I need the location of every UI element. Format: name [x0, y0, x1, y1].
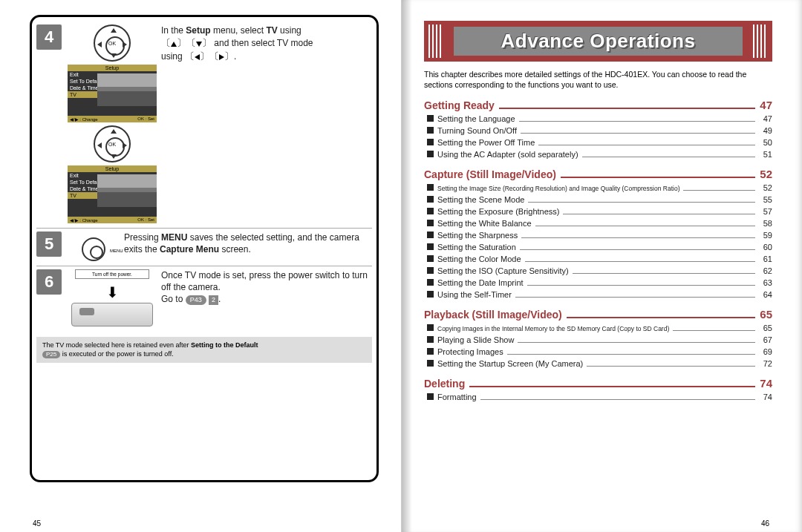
toc-item-label: Turning Sound On/Off — [437, 126, 517, 135]
bullet-icon — [427, 115, 434, 122]
toc-section-page: 65 — [760, 308, 772, 321]
toc-item-page: 74 — [759, 393, 772, 401]
toc-section-title: Getting Ready — [424, 99, 495, 111]
right-page: Advance Operations This chapter describe… — [401, 0, 802, 532]
toc-section-heading: Playback (Still Image/Video)65 — [424, 308, 772, 321]
toc-item: Setting the Exposure (Brightness)57 — [424, 206, 772, 217]
toc-section-title: Playback (Still Image/Video) — [424, 309, 562, 321]
toc-item-page: 67 — [759, 335, 772, 344]
bullet-icon — [427, 127, 434, 134]
toc-item-page: 61 — [759, 254, 772, 263]
lcd-preview-pal: Setup Exit Set To Default Date & Time TV… — [68, 65, 157, 122]
toc-item: Turning Sound On/Off49 — [424, 125, 772, 137]
step-6: 6 Turn off the power. ⬇ Once TV mode is … — [36, 266, 372, 331]
toc-item-label: Setting the Image Size (Recording Resolu… — [437, 185, 679, 192]
bullet-icon — [427, 184, 434, 191]
step-4-text: In the Setup menu, select TV using 〔〕〔〕 … — [161, 24, 372, 223]
toc-item: Using the Self-Timer64 — [424, 289, 772, 301]
toc-section: Playback (Still Image/Video)65Copying Im… — [424, 308, 772, 370]
toc-section: Deleting74Formatting74 — [424, 377, 772, 403]
chapter-title: Advance Operations — [454, 27, 743, 56]
toc-item-label: Setting the Saturation — [437, 243, 516, 252]
power-off-label: Turn off the power. — [75, 269, 149, 279]
toc-item-label: Setting the Exposure (Brightness) — [437, 207, 559, 216]
toc-item-page: 50 — [759, 138, 772, 147]
page-ref-pill: P43 — [186, 295, 206, 304]
bullet-icon — [427, 348, 434, 355]
toc-item: Setting the Scene Mode55 — [424, 194, 772, 206]
toc-section-heading: Deleting74 — [424, 377, 772, 390]
toc-item-label: Setting the Sharpness — [437, 231, 518, 240]
toc-item: Setting the Saturation60 — [424, 241, 772, 253]
right-arrow-icon — [219, 54, 224, 60]
toc-item-label: Setting the Startup Screen (My Camera) — [437, 359, 583, 368]
bullet-icon — [427, 255, 434, 262]
toc-item: Setting the Language47 — [424, 113, 772, 125]
bullet-icon — [427, 393, 434, 400]
bullet-icon — [427, 139, 434, 145]
bullet-icon — [427, 243, 434, 250]
up-arrow-icon — [171, 42, 177, 47]
bullet-icon — [427, 267, 434, 274]
camera-sketch-icon — [71, 303, 153, 326]
step-4: 4 OK Setup Exit Set To Defa — [36, 22, 372, 229]
page-number: 45 — [33, 519, 41, 528]
chapter-banner: Advance Operations — [424, 21, 772, 62]
toc-item-label: Setting the Scene Mode — [437, 195, 524, 204]
step-5-text: Pressing MENU saves the selected setting… — [124, 231, 372, 261]
step-number: 4 — [36, 24, 62, 50]
toc-section-heading: Capture (Still Image/Video)52 — [424, 168, 772, 180]
bullet-icon — [427, 151, 434, 157]
toc-section-page: 52 — [760, 168, 772, 180]
toc-item-page: 64 — [759, 290, 772, 299]
table-of-contents: Getting Ready47Setting the Language47Tur… — [424, 99, 772, 403]
step-5: 5 MENU Pressing MENU saves the selected … — [36, 229, 372, 266]
toc-item-label: Setting the Date Imprint — [437, 278, 524, 287]
toc-item: Formatting74 — [424, 391, 772, 403]
menu-button-icon: MENU — [82, 237, 105, 261]
toc-item-label: Setting the Color Mode — [437, 254, 521, 263]
toc-item: Setting the Image Size (Recording Resolu… — [424, 182, 772, 194]
toc-item-page: 58 — [759, 219, 772, 228]
page-ref-pill: P25 — [42, 351, 60, 358]
toc-item: Setting the ISO (Capture Sensitivity)62 — [424, 265, 772, 277]
chapter-intro: This chapter describes more detailed set… — [424, 69, 772, 90]
toc-item-page: 49 — [759, 126, 772, 135]
down-arrow-icon: ⬇ — [68, 285, 157, 300]
toc-section-page: 47 — [760, 99, 772, 111]
toc-item-label: Copying Images in the Internal Memory to… — [437, 325, 669, 332]
toc-item-label: Setting the ISO (Capture Sensitivity) — [437, 266, 569, 275]
bullet-icon — [427, 220, 434, 226]
step-4-graphic-column: OK Setup Exit Set To Default Date & Time… — [68, 24, 157, 223]
toc-item: Copying Images in the Internal Memory to… — [424, 322, 772, 334]
toc-item-label: Playing a Slide Show — [437, 335, 514, 344]
toc-item-label: Using the AC Adapter (sold separately) — [437, 150, 578, 159]
footnote: The TV mode selected here is retained ev… — [36, 337, 372, 363]
step-6-text: Once TV mode is set, press the power swi… — [161, 269, 372, 326]
toc-section-heading: Getting Ready47 — [424, 99, 772, 111]
toc-item-label: Setting the Power Off Time — [437, 138, 535, 147]
toc-item-page: 65 — [759, 324, 772, 332]
toc-item: Using the AC Adapter (sold separately)51 — [424, 148, 772, 160]
bullet-icon — [427, 231, 434, 238]
toc-item-page: 55 — [759, 195, 772, 204]
lcd-preview-ntsc: Setup Exit Set To Default Date & Time TV… — [68, 165, 157, 223]
page-number: 46 — [761, 519, 769, 528]
toc-item: Setting the Color Mode61 — [424, 253, 772, 265]
toc-item-page: 52 — [759, 183, 772, 192]
toc-item-page: 62 — [759, 266, 772, 275]
toc-item: Protecting Images69 — [424, 346, 772, 358]
toc-section-title: Deleting — [424, 378, 465, 390]
bullet-icon — [427, 336, 434, 343]
toc-item-label: Using the Self-Timer — [437, 290, 512, 299]
toc-item: Setting the Sharpness59 — [424, 229, 772, 241]
toc-item: Setting the Date Imprint63 — [424, 277, 772, 289]
toc-item: Setting the White Balance58 — [424, 217, 772, 229]
toc-item-label: Protecting Images — [437, 347, 503, 356]
toc-section: Getting Ready47Setting the Language47Tur… — [424, 99, 772, 160]
step-5-graphic: MENU — [68, 231, 120, 261]
toc-item: Setting the Startup Screen (My Camera)72 — [424, 358, 772, 370]
toc-item: Playing a Slide Show67 — [424, 334, 772, 346]
toc-item: Setting the Power Off Time50 — [424, 137, 772, 148]
down-arrow-icon — [196, 42, 202, 47]
